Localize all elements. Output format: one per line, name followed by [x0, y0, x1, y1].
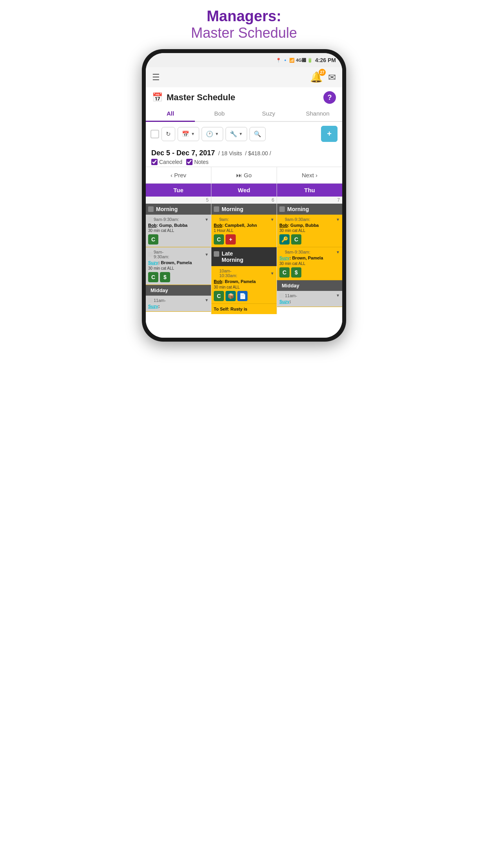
copy-button[interactable]: C — [148, 234, 158, 245]
copy-button[interactable]: C — [214, 291, 224, 301]
visit-card: 10am-10:30am: ▼ Bob: Brown, Pamela 30 mi… — [211, 266, 277, 303]
canceled-check: Canceled — [151, 159, 182, 165]
notes-check: Notes — [186, 159, 209, 165]
doc-button[interactable]: 📄 — [237, 291, 248, 301]
card-checkbox[interactable] — [279, 293, 284, 298]
morning-checkbox-wed[interactable] — [214, 206, 219, 212]
visit-name: Suzy: Brown, Pamela — [279, 255, 340, 261]
visit-time: 9am: ▼ — [214, 217, 274, 222]
tab-all[interactable]: All — [146, 106, 195, 122]
status-time: 4:26 PM — [315, 57, 336, 63]
card-checkbox[interactable] — [214, 217, 218, 222]
tab-shannon[interactable]: Shannon — [293, 106, 342, 121]
copy-button[interactable]: C — [214, 234, 224, 245]
prev-button[interactable]: ‹ Prev — [146, 167, 211, 183]
column-tue: Tue 5 Morning 9am-9:30am: ▼ — [146, 184, 211, 314]
page-title-line2: Master Schedule — [191, 25, 297, 41]
nav-buttons: ‹ Prev ⏭ Go Next › — [146, 167, 342, 184]
visit-category: 30 min cat ALL — [279, 228, 340, 233]
visit-card: 9am-9:30am: ▼ Bob: Gump, Bubba 30 min ca… — [146, 215, 211, 247]
date-range: Dec 5 - Dec 7, 2017 — [151, 149, 215, 157]
visit-actions: C — [148, 234, 209, 245]
header-right: 🔔 27 ✉ — [310, 71, 336, 83]
visit-name: Suzy: — [279, 299, 340, 304]
box-button[interactable]: 📦 — [226, 291, 236, 301]
visit-name: Suzy: — [148, 303, 209, 309]
day-header-wed: Wed — [211, 184, 277, 197]
key-button[interactable]: 🔑 — [279, 234, 290, 245]
hamburger-icon[interactable]: ☰ — [152, 73, 160, 82]
visit-name: Suzy: Brown, Pamela — [148, 260, 209, 265]
visit-time: 11am- ▼ — [279, 293, 340, 298]
visit-category: 30 min cat ALL — [148, 266, 209, 270]
tab-bar: All Bob Suzy Shannon — [146, 106, 342, 122]
visit-name: Bob: Campbell, John — [214, 223, 274, 228]
section-midday-thu: Midday — [277, 280, 342, 291]
mail-icon[interactable]: ✉ — [328, 72, 336, 83]
late-morning-checkbox[interactable] — [214, 251, 219, 257]
tab-bob[interactable]: Bob — [195, 106, 244, 121]
calendar-filter-button[interactable]: 📅 ▼ — [178, 127, 199, 141]
visit-card: 9am-9:30am: ▼ Suzy: Brown, Pamela 30 min… — [277, 247, 342, 280]
notification-bell[interactable]: 🔔 27 — [310, 71, 323, 83]
notes-checkbox[interactable] — [186, 159, 193, 165]
section-morning-tue: Morning — [146, 204, 211, 215]
visit-actions: C 📦 📄 — [214, 291, 274, 301]
refresh-button[interactable]: ↻ — [161, 127, 175, 141]
add-button[interactable]: + — [226, 234, 236, 245]
visit-time: 9am-9:30am: ▼ — [148, 250, 209, 259]
time-filter-button[interactable]: 🕐 ▼ — [202, 127, 223, 141]
section-morning-wed: Morning — [211, 204, 277, 215]
date-meta: / 18 Visits / $418.00 / — [217, 150, 271, 156]
add-button[interactable]: + — [321, 126, 338, 142]
visit-category: 30 min cat ALL — [148, 228, 209, 233]
card-checkbox[interactable] — [279, 217, 284, 222]
card-checkbox[interactable] — [148, 252, 153, 257]
visit-actions: C $ — [279, 267, 340, 278]
dollar-button[interactable]: $ — [160, 272, 170, 282]
day-header-tue: Tue — [146, 184, 211, 197]
screen-title: Master Schedule — [167, 92, 235, 103]
tab-suzy[interactable]: Suzy — [244, 106, 293, 121]
dollar-button[interactable]: $ — [291, 267, 301, 278]
visit-card: 11am- ▼ Suzy: — [146, 296, 211, 312]
copy-button[interactable]: C — [279, 267, 290, 278]
day-num-thu: 7 — [277, 197, 342, 204]
day-num-tue: 5 — [146, 197, 211, 204]
canceled-checkbox[interactable] — [151, 159, 158, 165]
visit-time: 9am-9:30am: ▼ — [148, 217, 209, 222]
settings-button[interactable]: 🔧 ▼ — [226, 127, 247, 141]
column-thu: Thu 7 Morning 9am-9:30am: ▼ — [277, 184, 342, 314]
day-header-thu: Thu — [277, 184, 342, 197]
select-all-checkbox[interactable] — [150, 130, 159, 138]
app-header: ☰ 🔔 27 ✉ — [146, 67, 342, 87]
bottom-partial — [146, 314, 342, 338]
status-bar: 📍 🔹 📶 4G₟ 🔋 4:26 PM — [146, 53, 342, 67]
calendar-grid: Tue 5 Morning 9am-9:30am: ▼ — [146, 184, 342, 314]
phone-frame: 📍 🔹 📶 4G₟ 🔋 4:26 PM ☰ 🔔 27 ✉ 📅 — [142, 49, 346, 342]
to-self-text: To Self: Rusty is — [214, 306, 274, 312]
visit-name: Bob: Gump, Bubba — [279, 223, 340, 228]
card-checkbox[interactable] — [279, 250, 284, 254]
title-row-left: 📅 Master Schedule — [152, 92, 235, 103]
next-button[interactable]: Next › — [277, 167, 342, 183]
visit-card: 9am-9:30am: ▼ Bob: Gump, Bubba 30 min ca… — [277, 215, 342, 247]
go-button[interactable]: ⏭ Go — [211, 167, 277, 183]
morning-checkbox-tue[interactable] — [148, 206, 154, 212]
search-button[interactable]: 🔍 — [250, 127, 266, 141]
card-checkbox[interactable] — [214, 271, 218, 276]
section-midday-tue: Midday — [146, 285, 211, 296]
card-checkbox[interactable] — [148, 298, 153, 303]
morning-checkbox-thu[interactable] — [279, 206, 285, 212]
help-button[interactable]: ? — [323, 91, 336, 104]
visit-actions: 🔑 C — [279, 234, 340, 245]
visit-name: Bob: Brown, Pamela — [214, 279, 274, 284]
card-checkbox[interactable] — [148, 217, 153, 222]
section-morning-thu: Morning — [277, 204, 342, 215]
visit-actions: C + — [214, 234, 274, 245]
visit-card: 11am- ▼ Suzy: — [277, 291, 342, 307]
copy-button[interactable]: C — [148, 272, 158, 282]
phone-wrapper: 📍 🔹 📶 4G₟ 🔋 4:26 PM ☰ 🔔 27 ✉ 📅 — [142, 49, 346, 342]
copy-button[interactable]: C — [291, 234, 301, 245]
title-row: 📅 Master Schedule ? — [146, 87, 342, 106]
